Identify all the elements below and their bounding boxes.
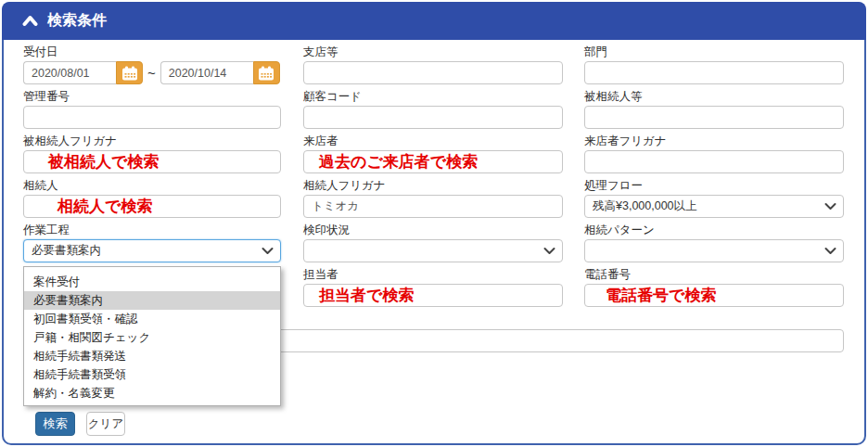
work-step-option[interactable]: 初回書類受領・確認	[24, 310, 280, 328]
work-step-dropdown: 案件受付必要書類案内初回書類受領・確認戸籍・相関図チェック相続手続書類発送相続手…	[23, 266, 281, 406]
decedent-input[interactable]	[584, 106, 844, 129]
collapse-chevron-up-icon	[22, 15, 38, 27]
work-step-label: 作業工程	[23, 223, 70, 238]
branch-label: 支店等	[303, 45, 338, 60]
reception-date-range: 2020/08/01 ~ 2020/10/14	[23, 61, 280, 84]
process-flow-select[interactable]: 残高¥3,000,000以上	[584, 195, 844, 218]
search-button[interactable]: 検索	[35, 412, 75, 436]
visitor-kana-input[interactable]	[584, 150, 844, 173]
panel-title: 検索条件	[47, 11, 107, 31]
phone-label: 電話番号	[584, 267, 631, 283]
department-label: 部門	[584, 45, 607, 60]
stamp-status-label: 検印状況	[303, 223, 350, 238]
work-step-option[interactable]: 案件受付	[24, 273, 280, 291]
chevron-down-icon	[824, 247, 836, 255]
heir-label: 相続人	[23, 178, 58, 194]
work-step-option[interactable]: 必要書類案内	[24, 291, 280, 310]
reception-date-to-input[interactable]: 2020/10/14	[160, 61, 253, 84]
date-from-calendar-button[interactable]	[116, 61, 143, 84]
chevron-down-icon	[262, 247, 274, 255]
search-form: 検索条件 受付日 2020/08/01 ~ 2020/10/14 支店等 部門 …	[0, 0, 868, 447]
date-range-separator: ~	[147, 65, 156, 81]
work-step-option[interactable]: 相続手続書類受領	[24, 365, 280, 384]
heir-kana-label: 相続人フリガナ	[303, 178, 386, 194]
work-step-option[interactable]: 戸籍・相関図チェック	[24, 328, 280, 347]
stamp-status-select[interactable]	[303, 239, 563, 262]
staff-input[interactable]: 担当者で検索	[303, 284, 563, 307]
visitor-input[interactable]: 過去のご来店者で検索	[303, 150, 563, 173]
reception-date-from-input[interactable]: 2020/08/01	[23, 61, 116, 84]
department-input[interactable]	[584, 61, 844, 84]
management-number-label: 管理番号	[23, 89, 70, 105]
decedent-kana-input[interactable]: 被相続人で検索	[23, 150, 281, 173]
decedent-label: 被相続人等	[584, 89, 643, 105]
calendar-icon	[121, 66, 138, 81]
inheritance-pattern-select[interactable]	[584, 239, 844, 262]
visitor-label: 来店者	[303, 134, 338, 149]
heir-input[interactable]: 相続人で検索	[23, 195, 281, 218]
calendar-icon	[258, 66, 274, 81]
chevron-down-icon	[543, 247, 555, 255]
visitor-kana-label: 来店者フリガナ	[584, 134, 667, 149]
decedent-kana-label: 被相続人フリガナ	[23, 134, 117, 149]
work-step-option[interactable]: 解約・名義変更	[24, 384, 280, 402]
chevron-down-icon	[824, 202, 836, 211]
inheritance-pattern-label: 相続パターン	[584, 223, 655, 238]
branch-input[interactable]	[303, 61, 563, 84]
customer-code-input[interactable]	[303, 106, 563, 129]
work-step-select[interactable]: 必要書類案内	[23, 239, 281, 262]
phone-input[interactable]: 電話番号で検索	[584, 284, 844, 307]
heir-kana-input[interactable]: トミオカ	[303, 195, 563, 218]
management-number-input[interactable]	[23, 106, 281, 129]
process-flow-label: 処理フロー	[584, 178, 643, 194]
clear-button[interactable]: クリア	[86, 412, 125, 436]
customer-code-label: 顧客コード	[303, 89, 362, 105]
panel-header[interactable]: 検索条件	[2, 2, 866, 40]
reception-date-label: 受付日	[23, 45, 58, 60]
work-step-option[interactable]: 相続手続書類発送	[24, 347, 280, 365]
date-to-calendar-button[interactable]	[253, 61, 280, 84]
staff-label: 担当者	[303, 267, 338, 283]
